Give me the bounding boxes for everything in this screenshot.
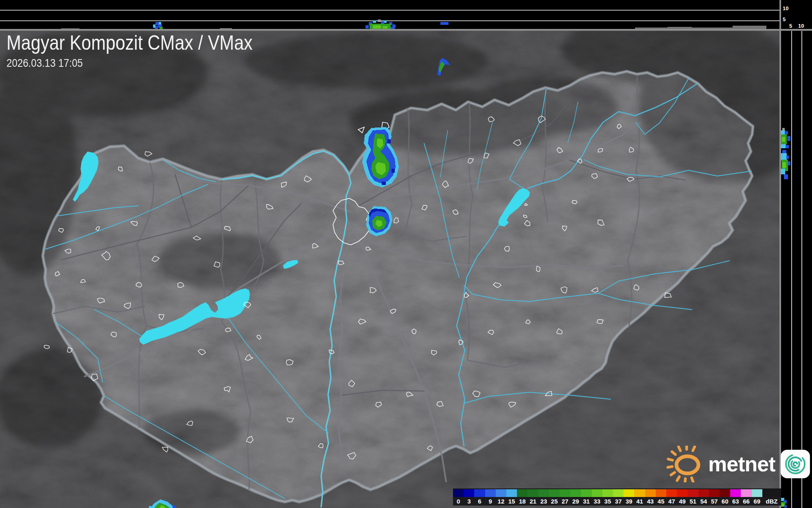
legend-color-segment	[485, 489, 496, 497]
legend-color-segment	[645, 489, 656, 497]
legend-tick-label: 25	[549, 498, 560, 505]
legend-color-segment	[517, 489, 527, 497]
legend-color-segment	[560, 489, 570, 497]
top-height-profile	[0, 0, 779, 29]
legend-tick-label: 37	[613, 498, 624, 505]
legend-color-segment	[730, 489, 741, 497]
dbz-legend: 0369121518212325272931333537394143454749…	[453, 488, 781, 506]
composite-radar-graphic	[0, 0, 812, 508]
legend-color-segment	[687, 489, 698, 497]
legend-tick-label: 31	[581, 498, 591, 505]
legend-color-segment	[666, 489, 677, 497]
radar-app-window: Magyar Kompozit CMax / VMax 2026.03.13 1…	[0, 0, 812, 508]
title-block: Magyar Kompozit CMax / VMax 2026.03.13 1…	[7, 32, 253, 70]
legend-color-segment	[720, 489, 730, 497]
metnet-branding[interactable]: metnet	[663, 446, 810, 482]
spiral-icon	[784, 452, 807, 476]
top-axis-label-10km: 10	[783, 6, 788, 11]
top-axis-label-5km: 5	[783, 17, 786, 22]
legend-color-segment	[741, 489, 751, 497]
right-height-profile	[781, 0, 812, 508]
legend-tick-label: 23	[538, 498, 549, 505]
dbz-colorbar	[453, 489, 781, 497]
hungary-map[interactable]	[0, 12, 812, 508]
legend-color-segment	[602, 489, 613, 497]
legend-tick-label: 63	[730, 498, 741, 505]
legend-tick-label: 41	[634, 498, 645, 505]
legend-tick-label: 54	[698, 498, 709, 505]
timestamp: 2026.03.13 17:05	[7, 57, 253, 70]
legend-color-segment	[634, 489, 645, 497]
legend-tick-label: 12	[496, 498, 506, 505]
legend-tick-label: 39	[624, 498, 634, 505]
metnet-wordmark: metnet	[708, 452, 775, 476]
legend-tick-label: 27	[560, 498, 570, 505]
legend-color-segment	[709, 489, 720, 497]
legend-tick-label: 15	[506, 498, 517, 505]
legend-tick-label: 45	[656, 498, 666, 505]
legend-tick-label: 51	[687, 498, 698, 505]
legend-tick-label: 60	[720, 498, 730, 505]
right-axis-label-5km: 5	[789, 23, 792, 29]
legend-color-segment	[677, 489, 687, 497]
legend-tick-label: 9	[485, 498, 496, 505]
profile-baseline-horizontal	[0, 29, 812, 31]
legend-tick-label: 6	[474, 498, 485, 505]
legend-color-segment	[474, 489, 485, 497]
legend-color-segment	[496, 489, 506, 497]
legend-tick-label: 18	[517, 498, 527, 505]
legend-unit-label: dBZ	[762, 498, 781, 505]
sun-icon	[663, 446, 711, 482]
right-axis-label-10km: 10	[798, 23, 804, 29]
legend-color-segment	[592, 489, 602, 497]
legend-tick-label: 0	[453, 498, 464, 505]
legend-color-segment	[527, 489, 538, 497]
legend-tick-label: 43	[645, 498, 656, 505]
legend-tick-label: 35	[602, 498, 613, 505]
dbz-tick-labels: 0369121518212325272931333537394143454749…	[453, 497, 781, 506]
legend-color-segment	[549, 489, 560, 497]
legend-tick-label: 33	[592, 498, 602, 505]
profile-baseline-vertical	[779, 0, 781, 508]
legend-tick-label: 69	[752, 498, 762, 505]
legend-tick-label: 47	[666, 498, 677, 505]
legend-color-segment	[624, 489, 634, 497]
legend-color-segment	[698, 489, 709, 497]
legend-tick-label: 57	[709, 498, 720, 505]
legend-tick-label: 29	[570, 498, 581, 505]
legend-tick-label: 66	[741, 498, 751, 505]
legend-color-segment	[453, 489, 464, 497]
metnet-app-icon[interactable]	[781, 450, 810, 478]
legend-color-segment	[581, 489, 591, 497]
legend-color-segment	[656, 489, 666, 497]
legend-color-segment	[538, 489, 549, 497]
legend-tick-label: 21	[527, 498, 538, 505]
legend-tick-label: 49	[677, 498, 687, 505]
legend-tick-label: 3	[464, 498, 474, 505]
page-title: Magyar Kompozit CMax / VMax	[7, 32, 253, 54]
legend-color-segment	[752, 489, 762, 497]
legend-color-segment	[613, 489, 624, 497]
legend-color-segment	[570, 489, 581, 497]
legend-color-segment	[464, 489, 474, 497]
legend-color-segment	[506, 489, 517, 497]
